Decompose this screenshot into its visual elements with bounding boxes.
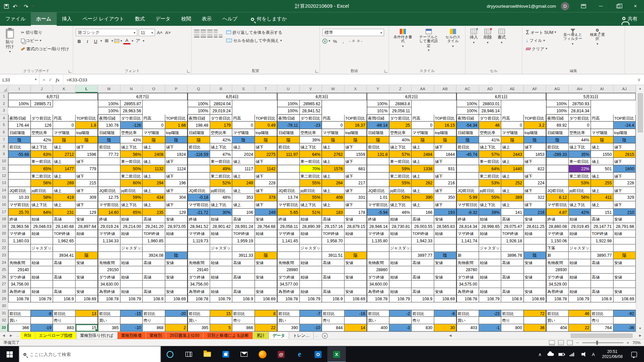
cell-AA31[interactable]: 前日比 [412,310,434,317]
cell-AB3[interactable] [434,107,457,115]
cell-R33[interactable]: 5 [210,324,232,331]
cell-O5[interactable]: 0 [143,122,165,129]
cell-Z33[interactable]: -3 [389,324,412,331]
cell-U29[interactable]: 108.78 [277,295,300,303]
cell-AC15[interactable]: 5.99 [457,194,479,201]
ribbon-tab-ヘルプ[interactable]: ヘルプ [217,12,243,26]
cell-AI8[interactable]: 値上 [591,143,613,151]
taskbar-app-taskview[interactable] [179,346,198,362]
cell-I17[interactable]: 25.70 [8,208,31,216]
cell-L18[interactable]: 安値 [75,216,98,223]
cell-N28[interactable]: 始値 [120,288,143,295]
cell-L9[interactable]: 1596 [75,151,98,158]
cell-AB32[interactable] [434,317,457,324]
cell-I2[interactable]: 100% [8,100,31,108]
cell-U32[interactable]: 買い [277,317,300,324]
cell-U21[interactable]: 1,141.45 [277,238,300,245]
align-right-icon[interactable] [207,35,213,38]
cell-U22[interactable] [277,245,300,252]
row-header-15[interactable]: 15 [0,194,8,201]
cell-I27[interactable]: 34,756.00 [8,281,31,288]
cell-AA3[interactable] [412,107,434,115]
cell-P11[interactable]: 1124 [165,165,187,173]
cell-P16[interactable]: 値下 [165,201,187,209]
undo-button[interactable]: ↶▾ [13,3,20,9]
cell-AI13[interactable]: 255 [591,180,613,187]
cell-T29[interactable]: 108.69 [255,295,277,303]
cell-V18[interactable]: 始値 [300,216,322,223]
row-header-31[interactable]: 31 [0,310,8,317]
cell-O21[interactable]: 1,960.85 [143,238,165,245]
cell-I20[interactable]: マザ終値 [8,230,31,238]
cell-AF32[interactable] [524,317,546,324]
cell-AC7[interactable]: 陰 [457,136,479,144]
cell-AI5[interactable] [591,122,613,129]
cell-N5[interactable]: -126 [120,122,143,129]
cell-J20[interactable]: 始値 [31,230,53,238]
cell-V28[interactable]: 始値 [300,288,322,295]
cell-AD11[interactable]: 64% [479,165,501,173]
cell-R9[interactable]: 47% [210,151,232,158]
cell-J8[interactable]: 値上下比 [31,143,53,151]
fill-color-icon[interactable] [114,39,119,43]
cell-I8[interactable]: 前日比 [8,143,31,151]
cell-AA29[interactable]: 108.9 [412,295,434,303]
row-header-32[interactable]: 32 [0,317,8,324]
cell-L17[interactable]: 129 [75,208,98,216]
row-header-2[interactable]: 2 [0,100,8,108]
cell-K33[interactable]: 883 [53,324,75,331]
cell-AD20[interactable]: 始値 [479,230,501,238]
cell-T5[interactable]: 0.49 [255,122,277,129]
cell-K24[interactable]: 高値 [53,259,75,266]
cell-Y15[interactable]: 1.01 [367,194,389,201]
cell-AD27[interactable] [479,281,501,288]
cell-K30[interactable] [53,303,75,310]
cell-M9[interactable]: 77.72 [98,151,120,158]
clipboard-dialog-launcher[interactable] [69,70,72,73]
cell-X33[interactable]: 14 [344,324,367,331]
cell-I33[interactable]: 366 [8,324,31,331]
cell-W16[interactable]: 値上 [322,201,344,209]
column-header-X[interactable]: X [344,85,367,93]
cell-AJ17[interactable]: 210 [613,208,636,216]
cell-U28[interactable]: 為替終値 [277,288,300,295]
increase-font-button[interactable]: A˄ [156,29,163,36]
cell-T15[interactable]: 378 [255,194,277,201]
cell-I16[interactable]: マザ前日比 [8,201,31,209]
cell-W29[interactable]: 108.9 [322,295,344,303]
cell-AB20[interactable]: 始値 [434,230,457,238]
cell-AI29[interactable]: 108.9 [591,295,613,303]
cell-Y23[interactable] [367,252,389,259]
cell-AH5[interactable]: 0 [569,122,591,129]
cell-M19[interactable]: 29,019.24 [98,223,120,230]
cell-R2[interactable]: 28924.04 [210,100,232,108]
cell-AA8[interactable]: 値上 [412,143,434,151]
cell-P2[interactable] [165,100,187,108]
font-dialog-launcher[interactable] [187,70,190,73]
row-header-7[interactable]: 7 [0,136,8,144]
cell-W31[interactable]: 前日比 [322,310,344,317]
cell-Y12[interactable] [367,172,389,180]
cell-AI4[interactable]: 円高 [591,115,613,122]
cell-M8[interactable]: 前日比 [98,143,120,151]
cell-Q27[interactable]: 34,756.00 [187,281,210,288]
cell-AE5[interactable]: 0 [501,122,524,129]
cell-P8[interactable]: 値下 [165,143,187,151]
cell-K16[interactable]: 値上 [53,201,75,209]
cell-AC14[interactable]: JQ前日比 [457,187,479,194]
row-header-33[interactable]: 33 [0,324,8,331]
cell-K19[interactable]: 29,140.68 [53,223,75,230]
sheet-tab-業種別[interactable]: 業種別 [146,332,166,339]
cell-P32[interactable] [165,317,187,324]
cell-V9[interactable]: 64% [300,151,322,158]
cell-AG33[interactable]: 404 [546,324,569,331]
cell-X23[interactable]: 陽 [344,252,367,259]
cell-AJ14[interactable]: 値下 [613,187,636,194]
cell-AG13[interactable] [546,180,569,187]
alignment-dialog-launcher[interactable] [315,70,318,73]
cell-Q21[interactable]: 1,119.73 [187,238,210,245]
cell-J7[interactable]: 42% [31,136,53,144]
horizontal-scrollbar[interactable]: ◀ ▶ [446,332,644,339]
cell-T24[interactable]: 安値 [255,259,277,266]
cell-AD28[interactable]: 始値 [479,288,501,295]
